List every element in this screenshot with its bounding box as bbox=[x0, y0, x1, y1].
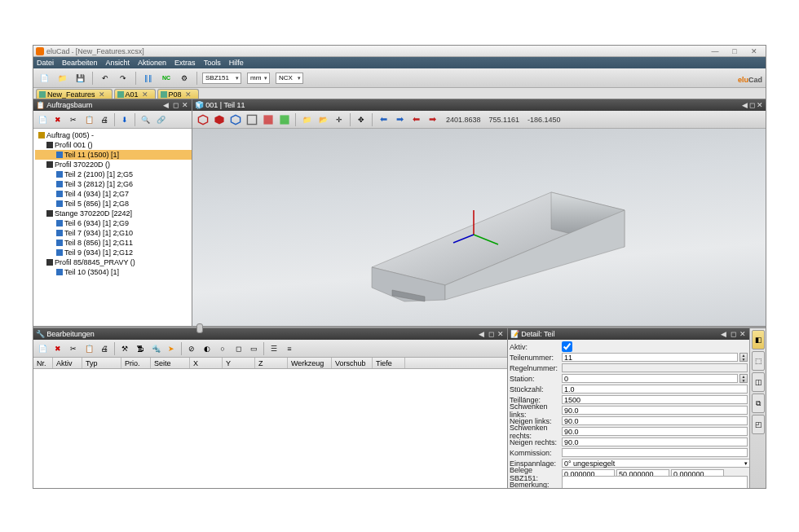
op-mill2-icon[interactable]: ◐ bbox=[200, 341, 214, 356]
copy-button[interactable]: 📋 bbox=[82, 112, 96, 127]
neigen-rechts-field[interactable]: 90.0 bbox=[562, 437, 748, 446]
barcode-button[interactable]: ‖‖ bbox=[141, 71, 156, 86]
menu-bearbeiten[interactable]: Bearbeiten bbox=[62, 59, 98, 67]
nav-first-icon[interactable]: ⬅ bbox=[408, 112, 423, 127]
aktiv-checkbox[interactable] bbox=[562, 341, 572, 352]
tab-p08[interactable]: P08✕ bbox=[157, 89, 199, 99]
op-list2-icon[interactable]: ≡ bbox=[282, 341, 297, 356]
panel-dock-icon[interactable]: ◻ bbox=[171, 101, 179, 109]
panel-close-icon[interactable]: ✕ bbox=[181, 101, 189, 109]
side-tab-3[interactable]: ◫ bbox=[752, 372, 765, 392]
new-button[interactable]: 📄 bbox=[37, 71, 51, 86]
view-folder-icon[interactable]: 📁 bbox=[299, 112, 314, 127]
op-tool1-icon[interactable]: ⚒ bbox=[117, 341, 132, 356]
tool-button[interactable]: ⚙ bbox=[177, 71, 192, 86]
op-print-icon[interactable]: 🖨 bbox=[97, 341, 112, 356]
view-iso-icon[interactable] bbox=[196, 112, 210, 127]
find-button[interactable]: 🔍 bbox=[138, 112, 152, 127]
tree-item[interactable]: Teil 10 (3504) [1] bbox=[35, 267, 192, 277]
machine-dropdown[interactable]: SBZ151 bbox=[202, 73, 241, 84]
panel-pin-icon[interactable]: ◀ bbox=[161, 101, 170, 109]
view-top-icon[interactable] bbox=[277, 112, 292, 127]
maximize-button[interactable]: □ bbox=[726, 47, 744, 55]
tree-item[interactable]: Teil 7 (934) [1] 2;G10 bbox=[35, 228, 192, 238]
add-button[interactable]: 📄 bbox=[35, 112, 50, 127]
tree-item[interactable]: Profil 001 () bbox=[35, 140, 192, 150]
open-button[interactable]: 📁 bbox=[55, 71, 69, 86]
menu-tools[interactable]: Tools bbox=[204, 59, 221, 67]
nav-right-icon[interactable]: ➡ bbox=[392, 112, 407, 127]
nc-button[interactable]: NC bbox=[159, 71, 174, 86]
undo-button[interactable]: ↶ bbox=[98, 71, 113, 86]
tree-item[interactable]: Teil 9 (934) [1] 2;G12 bbox=[35, 248, 192, 257]
nav-left-icon[interactable]: ⬅ bbox=[376, 112, 391, 127]
tree-item[interactable]: Stange 370220D [2242] bbox=[35, 209, 192, 218]
op-tool2-icon[interactable]: 🗜 bbox=[133, 341, 148, 356]
tree-item[interactable]: Teil 4 (934) [1] 2;G7 bbox=[35, 189, 192, 199]
side-tab-2[interactable]: ⬚ bbox=[752, 351, 765, 371]
nav-last-icon[interactable]: ➡ bbox=[425, 112, 439, 127]
teilenummer-stepper[interactable]: ▲▼ bbox=[739, 353, 748, 362]
unit-dropdown[interactable]: mm bbox=[247, 73, 270, 84]
close-button[interactable]: ✕ bbox=[745, 47, 763, 55]
op-add-icon[interactable]: 📄 bbox=[35, 341, 50, 356]
teilenummer-field[interactable]: 11 bbox=[562, 353, 738, 362]
op-list1-icon[interactable]: ☰ bbox=[267, 341, 281, 356]
down-button[interactable]: ⬇ bbox=[117, 112, 132, 127]
save-button[interactable]: 💾 bbox=[73, 71, 87, 86]
view-dock-icon[interactable]: ◻ bbox=[749, 101, 755, 109]
tree-item[interactable]: Teil 8 (856) [1] 2;G11 bbox=[35, 238, 192, 248]
delete-button[interactable]: ✖ bbox=[51, 112, 65, 127]
view-close-icon[interactable]: ✕ bbox=[757, 101, 763, 109]
view-front-icon[interactable] bbox=[245, 112, 259, 127]
view-pin-icon[interactable]: ◀ bbox=[742, 101, 748, 109]
view-axes-icon[interactable]: ✛ bbox=[332, 112, 347, 127]
op-mill1-icon[interactable]: ⊘ bbox=[184, 341, 199, 356]
menu-ansicht[interactable]: Ansicht bbox=[106, 59, 130, 67]
tree-item[interactable]: Auftrag (005) - bbox=[35, 130, 192, 140]
side-tab-5[interactable]: ◰ bbox=[752, 415, 765, 434]
op-cursor-icon[interactable]: ➤ bbox=[164, 341, 179, 356]
cut-button[interactable]: ✂ bbox=[66, 112, 81, 127]
op-mill4-icon[interactable]: ◻ bbox=[231, 341, 245, 356]
station-field[interactable]: 0 bbox=[562, 374, 738, 383]
view-side-icon[interactable] bbox=[261, 112, 276, 127]
op-mill5-icon[interactable]: ▭ bbox=[246, 341, 261, 356]
neigen-links-field[interactable]: 90.0 bbox=[562, 416, 748, 425]
op-copy-icon[interactable]: 📋 bbox=[82, 341, 96, 356]
3d-view[interactable] bbox=[192, 129, 766, 326]
tab-new-features[interactable]: New_Features✕ bbox=[36, 89, 113, 99]
teillaenge-field[interactable]: 1500 bbox=[562, 395, 748, 404]
print-button[interactable]: 🖨 bbox=[97, 112, 112, 127]
station-stepper[interactable]: ▲▼ bbox=[739, 374, 748, 383]
tree-item[interactable]: Teil 11 (1500) [1] bbox=[35, 150, 192, 160]
op-delete-icon[interactable]: ✖ bbox=[51, 341, 65, 356]
tab-a01[interactable]: A01✕ bbox=[114, 89, 156, 99]
tree-item[interactable]: Profil 370220D () bbox=[35, 160, 192, 169]
menu-hilfe[interactable]: Hilfe bbox=[229, 59, 244, 67]
tree-item[interactable]: Teil 2 (2100) [1] 2;G5 bbox=[35, 169, 192, 179]
side-tab-4[interactable]: ⧉ bbox=[752, 394, 765, 413]
tree-item[interactable]: Teil 6 (934) [1] 2;G9 bbox=[35, 218, 192, 228]
view-folder2-icon[interactable]: 📂 bbox=[316, 112, 330, 127]
einspannlage-dropdown[interactable]: 0° ungespiegelt bbox=[562, 459, 749, 468]
op-tool3-icon[interactable]: 🔩 bbox=[148, 341, 163, 356]
view-shaded-icon[interactable] bbox=[212, 112, 227, 127]
menu-aktionen[interactable]: Aktionen bbox=[138, 59, 166, 67]
kommission-field[interactable] bbox=[562, 448, 748, 457]
tree-item[interactable]: Profil 85/8845_PRAVY () bbox=[35, 257, 192, 267]
view-move-icon[interactable]: ✥ bbox=[354, 112, 369, 127]
minimize-button[interactable]: — bbox=[706, 47, 724, 55]
op-cut-icon[interactable]: ✂ bbox=[66, 341, 81, 356]
tree-item[interactable]: Teil 5 (856) [1] 2;G8 bbox=[35, 199, 192, 209]
horizontal-splitter[interactable] bbox=[33, 326, 766, 328]
schwenk-links-field[interactable]: 90.0 bbox=[562, 406, 748, 415]
op-mill3-icon[interactable]: ○ bbox=[215, 341, 230, 356]
redo-button[interactable]: ↷ bbox=[116, 71, 130, 86]
side-tab-1[interactable]: ◧ bbox=[752, 330, 765, 350]
menu-datei[interactable]: Datei bbox=[37, 59, 54, 67]
link-button[interactable]: 🔗 bbox=[153, 112, 168, 127]
bemerkung-field[interactable] bbox=[562, 476, 748, 489]
tree-item[interactable]: Teil 3 (2812) [1] 2;G6 bbox=[35, 179, 192, 189]
view-wire-icon[interactable] bbox=[228, 112, 243, 127]
